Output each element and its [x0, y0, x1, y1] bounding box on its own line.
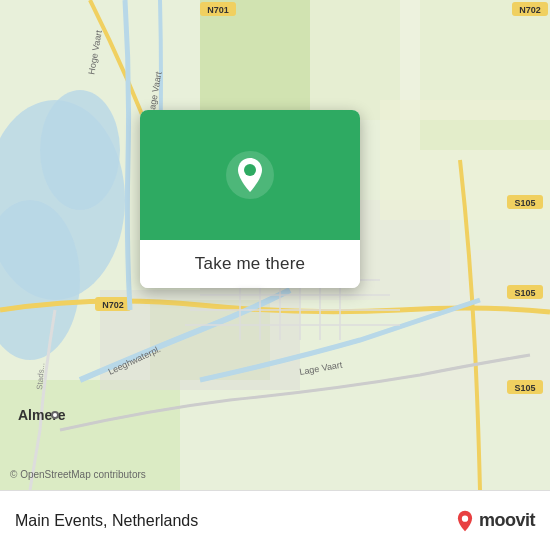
popup-green-area [140, 110, 360, 240]
svg-text:N701: N701 [207, 5, 229, 15]
svg-rect-11 [420, 250, 550, 400]
location-pin-icon [225, 150, 275, 200]
svg-text:S105: S105 [514, 288, 535, 298]
svg-text:© OpenStreetMap contributors: © OpenStreetMap contributors [10, 469, 146, 480]
svg-text:N702: N702 [102, 300, 124, 310]
take-me-there-button[interactable]: Take me there [140, 240, 360, 288]
svg-text:S105: S105 [514, 383, 535, 393]
map-container: N702 N701 N702 S105 S105 S105 Leeghwater… [0, 0, 550, 490]
moovit-pin-icon [454, 510, 476, 532]
moovit-brand-text: moovit [479, 510, 535, 531]
bottom-bar: Main Events, Netherlands moovit [0, 490, 550, 550]
popup-card: Take me there [140, 110, 360, 288]
svg-point-47 [462, 515, 468, 521]
svg-point-3 [40, 90, 120, 210]
svg-point-46 [244, 164, 256, 176]
svg-text:N702: N702 [519, 5, 541, 15]
svg-point-43 [53, 413, 57, 417]
place-name: Main Events, Netherlands [15, 512, 444, 530]
svg-text:S105: S105 [514, 198, 535, 208]
moovit-logo: moovit [454, 510, 535, 532]
